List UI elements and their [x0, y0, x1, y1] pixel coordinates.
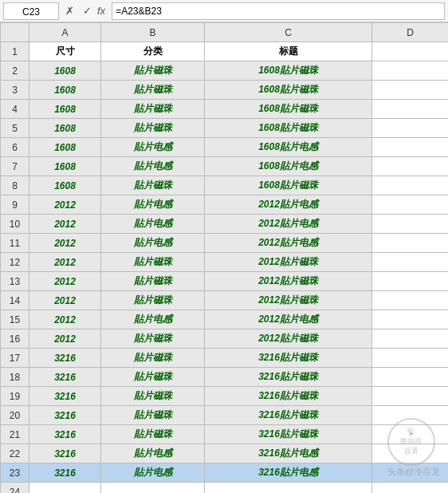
data-cell-b[interactable]: 貼片磁珠	[101, 329, 205, 349]
data-cell-b[interactable]: 貼片电感	[101, 234, 205, 253]
data-cell-a[interactable]: 1608	[29, 157, 101, 176]
data-cell-a[interactable]: 3216	[29, 349, 101, 368]
data-cell-c[interactable]: 2012貼片电感	[205, 234, 372, 253]
table-row: 203216貼片磁珠3216貼片磁珠	[1, 406, 449, 425]
table-row: 102012貼片电感2012貼片电感	[1, 215, 449, 234]
data-cell-a[interactable]: 2012	[29, 329, 101, 349]
data-cell-b[interactable]: 貼片磁珠	[101, 387, 205, 406]
data-cell-b[interactable]: 貼片磁珠	[101, 368, 205, 387]
data-cell-c[interactable]: 1608貼片磁珠	[205, 81, 372, 100]
data-cell-b[interactable]: 貼片磁珠	[101, 119, 205, 138]
data-cell-c[interactable]: 2012貼片磁珠	[205, 272, 372, 291]
row-number: 14	[1, 291, 29, 310]
data-cell-a[interactable]: 1608	[29, 81, 101, 100]
data-cell-b[interactable]: 貼片磁珠	[101, 272, 205, 291]
col-header-c[interactable]: C	[205, 23, 372, 42]
data-cell-c[interactable]: 3216貼片电感	[205, 463, 372, 483]
data-cell-a[interactable]: 2012	[29, 234, 101, 253]
empty-cell-d	[372, 349, 449, 368]
data-cell-b[interactable]: 貼片电感	[101, 444, 205, 463]
confirm-icon[interactable]: ✓	[80, 5, 94, 17]
cell-reference-box[interactable]: C23	[3, 2, 59, 20]
empty-cell-d	[372, 272, 449, 291]
data-cell-a[interactable]: 2012	[29, 215, 101, 234]
empty-cell-d	[372, 215, 449, 234]
data-cell-c[interactable]: 2012貼片电感	[205, 215, 372, 234]
empty-cell	[205, 483, 372, 494]
data-cell-a[interactable]: 3216	[29, 387, 101, 406]
data-cell-a[interactable]: 3216	[29, 425, 101, 444]
data-cell-c[interactable]: 2012貼片电感	[205, 195, 372, 215]
data-cell-a[interactable]: 2012	[29, 272, 101, 291]
data-cell-c[interactable]: 2012貼片磁珠	[205, 329, 372, 349]
data-cell-c[interactable]: 2012貼片电感	[205, 310, 372, 329]
data-cell-a[interactable]: 2012	[29, 195, 101, 215]
empty-cell	[29, 483, 101, 494]
data-cell-c[interactable]: 1608貼片磁珠	[205, 61, 372, 81]
data-cell-b[interactable]: 貼片电感	[101, 310, 205, 329]
table-row: 92012貼片电感2012貼片电感	[1, 195, 449, 215]
table-row: 61608貼片电感1608貼片电感	[1, 138, 449, 157]
data-cell-a[interactable]: 3216	[29, 444, 101, 463]
data-cell-b[interactable]: 貼片磁珠	[101, 253, 205, 272]
empty-cell	[101, 483, 205, 494]
row-number: 9	[1, 195, 29, 215]
header-cell-a[interactable]: 尺寸	[29, 42, 101, 61]
data-cell-c[interactable]: 3216貼片磁珠	[205, 349, 372, 368]
col-header-d[interactable]: D	[372, 23, 449, 42]
data-cell-c[interactable]: 1608貼片电感	[205, 157, 372, 176]
data-cell-b[interactable]: 貼片磁珠	[101, 349, 205, 368]
header-cell-c[interactable]: 标题	[205, 42, 372, 61]
data-cell-a[interactable]: 1608	[29, 176, 101, 195]
data-cell-c[interactable]: 2012貼片磁珠	[205, 291, 372, 310]
empty-cell-d	[372, 61, 449, 81]
data-cell-a[interactable]: 1608	[29, 119, 101, 138]
data-cell-b[interactable]: 貼片电感	[101, 195, 205, 215]
data-cell-c[interactable]: 1608貼片磁珠	[205, 119, 372, 138]
corner-header	[1, 23, 29, 42]
data-cell-c[interactable]: 1608貼片磁珠	[205, 176, 372, 195]
row-number: 16	[1, 329, 29, 349]
data-cell-c[interactable]: 3216貼片磁珠	[205, 368, 372, 387]
data-cell-a[interactable]: 2012	[29, 310, 101, 329]
data-cell-b[interactable]: 貼片电感	[101, 215, 205, 234]
row-number: 24	[1, 483, 29, 494]
data-cell-a[interactable]: 3216	[29, 368, 101, 387]
data-cell-b[interactable]: 貼片磁珠	[101, 291, 205, 310]
data-cell-b[interactable]: 貼片磁珠	[101, 61, 205, 81]
col-header-a[interactable]: A	[29, 23, 101, 42]
table-row: 223216貼片电感3216貼片电感	[1, 444, 449, 463]
data-cell-b[interactable]: 貼片电感	[101, 157, 205, 176]
data-cell-a[interactable]: 2012	[29, 291, 101, 310]
cancel-icon[interactable]: ✗	[62, 5, 77, 17]
data-cell-c[interactable]: 1608貼片磁珠	[205, 100, 372, 119]
data-cell-b[interactable]: 貼片电感	[101, 463, 205, 483]
data-cell-b[interactable]: 貼片电感	[101, 138, 205, 157]
data-cell-a[interactable]: 1608	[29, 138, 101, 157]
data-cell-b[interactable]: 貼片磁珠	[101, 100, 205, 119]
row-number: 15	[1, 310, 29, 329]
header-cell-b[interactable]: 分类	[101, 42, 205, 61]
formula-icons: ✗ ✓	[62, 5, 94, 17]
data-cell-c[interactable]: 3216貼片磁珠	[205, 406, 372, 425]
data-cell-c[interactable]: 3216貼片电感	[205, 444, 372, 463]
data-cell-a[interactable]: 1608	[29, 61, 101, 81]
formula-input[interactable]	[112, 2, 445, 20]
data-cell-a[interactable]: 1608	[29, 100, 101, 119]
data-cell-b[interactable]: 貼片磁珠	[101, 176, 205, 195]
data-cell-b[interactable]: 貼片磁珠	[101, 425, 205, 444]
row-number: 1	[1, 42, 29, 61]
data-cell-a[interactable]: 3216	[29, 406, 101, 425]
data-cell-c[interactable]: 3216貼片磁珠	[205, 425, 372, 444]
data-cell-c[interactable]: 3216貼片磁珠	[205, 387, 372, 406]
data-cell-c[interactable]: 2012貼片磁珠	[205, 253, 372, 272]
row-number: 2	[1, 61, 29, 81]
data-cell-a[interactable]: 2012	[29, 253, 101, 272]
col-header-b[interactable]: B	[101, 23, 205, 42]
watermark-text: 路由器设置	[400, 437, 422, 456]
data-cell-b[interactable]: 貼片磁珠	[101, 406, 205, 425]
data-cell-a[interactable]: 3216	[29, 463, 101, 483]
table-row: 41608貼片磁珠1608貼片磁珠	[1, 100, 449, 119]
data-cell-c[interactable]: 1608貼片电感	[205, 138, 372, 157]
data-cell-b[interactable]: 貼片磁珠	[101, 81, 205, 100]
